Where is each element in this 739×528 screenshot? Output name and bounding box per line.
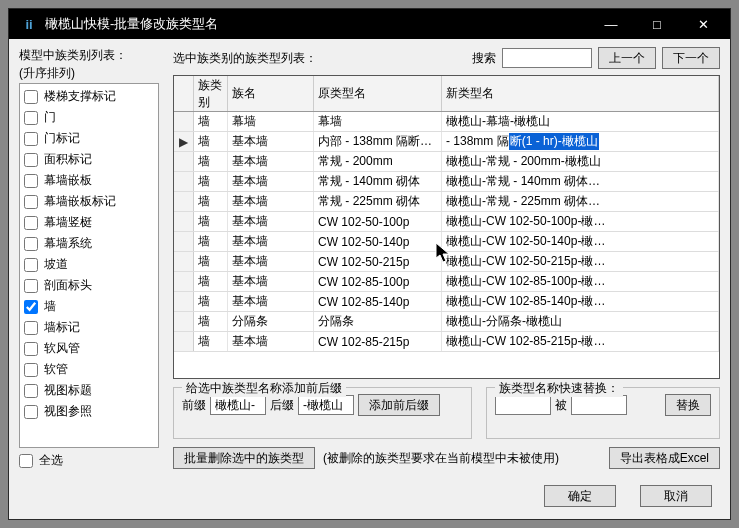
category-checkbox[interactable] [24, 321, 38, 335]
category-item[interactable]: 坡道 [24, 254, 154, 275]
ok-button[interactable]: 确定 [544, 485, 616, 507]
cell-new-type[interactable]: 橄榄山-CW 102-50-100p-橄… [442, 212, 719, 231]
row-header: ▶ [174, 132, 194, 151]
row-header [174, 112, 194, 131]
category-checkbox[interactable] [24, 384, 38, 398]
table-row[interactable]: 墙基本墙CW 102-85-140p橄榄山-CW 102-85-140p-橄… [174, 292, 719, 312]
col-new-type[interactable]: 新类型名 [442, 76, 719, 111]
cancel-button[interactable]: 取消 [640, 485, 712, 507]
prefix-input[interactable] [210, 395, 266, 415]
cell-orig-type: 常规 - 225mm 砌体 [314, 192, 442, 211]
select-all[interactable]: 全选 [19, 452, 159, 469]
category-label: 面积标记 [44, 151, 92, 168]
suffix-input[interactable] [298, 395, 354, 415]
app-icon: ii [19, 14, 39, 34]
category-checkbox[interactable] [24, 300, 38, 314]
category-checkbox[interactable] [24, 279, 38, 293]
row-header [174, 332, 194, 351]
titlebar: ii 橄榄山快模-批量修改族类型名 — □ ✕ [9, 9, 730, 39]
category-item[interactable]: 门 [24, 107, 154, 128]
table-row[interactable]: 墙基本墙常规 - 225mm 砌体橄榄山-常规 - 225mm 砌体… [174, 192, 719, 212]
category-checkbox[interactable] [24, 258, 38, 272]
category-checkbox[interactable] [24, 363, 38, 377]
suffix-label: 后缀 [270, 397, 294, 414]
category-label: 幕墙系统 [44, 235, 92, 252]
category-checkbox[interactable] [24, 132, 38, 146]
category-checkbox[interactable] [24, 237, 38, 251]
table-row[interactable]: ▶墙基本墙内部 - 138mm 隔断…- 138mm 隔断(1 - hr)-橄榄… [174, 132, 719, 152]
cell-orig-type: 常规 - 140mm 砌体 [314, 172, 442, 191]
cell-orig-type: 常规 - 200mm [314, 152, 442, 171]
table-row[interactable]: 墙基本墙CW 102-85-215p橄榄山-CW 102-85-215p-橄… [174, 332, 719, 352]
close-button[interactable]: ✕ [680, 9, 726, 39]
cell-new-type[interactable]: 橄榄山-CW 102-85-100p-橄… [442, 272, 719, 291]
category-label: 坡道 [44, 256, 68, 273]
table-row[interactable]: 墙基本墙CW 102-50-215p橄榄山-CW 102-50-215p-橄… [174, 252, 719, 272]
table-row[interactable]: 墙幕墙幕墙橄榄山-幕墙-橄榄山 [174, 112, 719, 132]
table-row[interactable]: 墙分隔条分隔条橄榄山-分隔条-橄榄山 [174, 312, 719, 332]
cell-family-name: 基本墙 [228, 192, 314, 211]
category-item[interactable]: 剖面标头 [24, 275, 154, 296]
cell-new-type[interactable]: - 138mm 隔断(1 - hr)-橄榄山 [442, 132, 719, 151]
category-checkbox[interactable] [24, 174, 38, 188]
category-item[interactable]: 软风管 [24, 338, 154, 359]
cell-new-type[interactable]: 橄榄山-常规 - 200mm-橄榄山 [442, 152, 719, 171]
cell-new-type[interactable]: 橄榄山-常规 - 225mm 砌体… [442, 192, 719, 211]
category-item[interactable]: 幕墙竖梃 [24, 212, 154, 233]
category-item[interactable]: 视图标题 [24, 380, 154, 401]
maximize-button[interactable]: □ [634, 9, 680, 39]
category-item[interactable]: 幕墙嵌板 [24, 170, 154, 191]
col-category[interactable]: 族类别 [194, 76, 228, 111]
replace-from-input[interactable] [495, 395, 551, 415]
replace-legend: 族类型名称快速替换： [495, 380, 623, 397]
category-checkbox[interactable] [24, 195, 38, 209]
col-orig-type[interactable]: 原类型名 [314, 76, 442, 111]
category-checkbox[interactable] [24, 111, 38, 125]
category-list[interactable]: 楼梯支撑标记门门标记面积标记幕墙嵌板幕墙嵌板标记幕墙竖梃幕墙系统坡道剖面标头墙墙… [19, 83, 159, 448]
category-checkbox[interactable] [24, 216, 38, 230]
category-item[interactable]: 楼梯支撑标记 [24, 86, 154, 107]
next-button[interactable]: 下一个 [662, 47, 720, 69]
bulk-delete-button[interactable]: 批量删除选中的族类型 [173, 447, 315, 469]
category-checkbox[interactable] [24, 342, 38, 356]
replace-button[interactable]: 替换 [665, 394, 711, 416]
table-row[interactable]: 墙基本墙CW 102-85-100p橄榄山-CW 102-85-100p-橄… [174, 272, 719, 292]
cell-new-type[interactable]: 橄榄山-CW 102-85-215p-橄… [442, 332, 719, 351]
export-excel-button[interactable]: 导出表格成Excel [609, 447, 720, 469]
category-label: 幕墙嵌板 [44, 172, 92, 189]
category-checkbox[interactable] [24, 90, 38, 104]
category-item[interactable]: 门标记 [24, 128, 154, 149]
cell-new-type[interactable]: 橄榄山-CW 102-85-140p-橄… [442, 292, 719, 311]
category-label: 楼梯支撑标记 [44, 88, 116, 105]
select-all-checkbox[interactable] [19, 454, 33, 468]
table-row[interactable]: 墙基本墙CW 102-50-140p橄榄山-CW 102-50-140p-橄… [174, 232, 719, 252]
cell-new-type[interactable]: 橄榄山-幕墙-橄榄山 [442, 112, 719, 131]
category-checkbox[interactable] [24, 153, 38, 167]
category-item[interactable]: 幕墙嵌板标记 [24, 191, 154, 212]
category-label: 剖面标头 [44, 277, 92, 294]
left-header: 模型中族类别列表： [19, 47, 159, 65]
table-row[interactable]: 墙基本墙常规 - 140mm 砌体橄榄山-常规 - 140mm 砌体… [174, 172, 719, 192]
prev-button[interactable]: 上一个 [598, 47, 656, 69]
type-grid[interactable]: 族类别 族名 原类型名 新类型名 墙幕墙幕墙橄榄山-幕墙-橄榄山▶墙基本墙内部 … [173, 75, 720, 379]
category-item[interactable]: 视图参照 [24, 401, 154, 422]
cell-new-type[interactable]: 橄榄山-常规 - 140mm 砌体… [442, 172, 719, 191]
category-item[interactable]: 幕墙系统 [24, 233, 154, 254]
category-item[interactable]: 面积标记 [24, 149, 154, 170]
minimize-button[interactable]: — [588, 9, 634, 39]
col-family-name[interactable]: 族名 [228, 76, 314, 111]
cell-category: 墙 [194, 232, 228, 251]
category-checkbox[interactable] [24, 405, 38, 419]
cell-new-type[interactable]: 橄榄山-分隔条-橄榄山 [442, 312, 719, 331]
category-item[interactable]: 墙标记 [24, 317, 154, 338]
category-item[interactable]: 墙 [24, 296, 154, 317]
table-row[interactable]: 墙基本墙常规 - 200mm橄榄山-常规 - 200mm-橄榄山 [174, 152, 719, 172]
table-row[interactable]: 墙基本墙CW 102-50-100p橄榄山-CW 102-50-100p-橄… [174, 212, 719, 232]
search-input[interactable] [502, 48, 592, 68]
category-item[interactable]: 软管 [24, 359, 154, 380]
cell-new-type[interactable]: 橄榄山-CW 102-50-215p-橄… [442, 252, 719, 271]
add-affix-button[interactable]: 添加前后缀 [358, 394, 440, 416]
bulk-note: (被删除的族类型要求在当前模型中未被使用) [323, 450, 559, 467]
replace-to-input[interactable] [571, 395, 627, 415]
cell-new-type[interactable]: 橄榄山-CW 102-50-140p-橄… [442, 232, 719, 251]
